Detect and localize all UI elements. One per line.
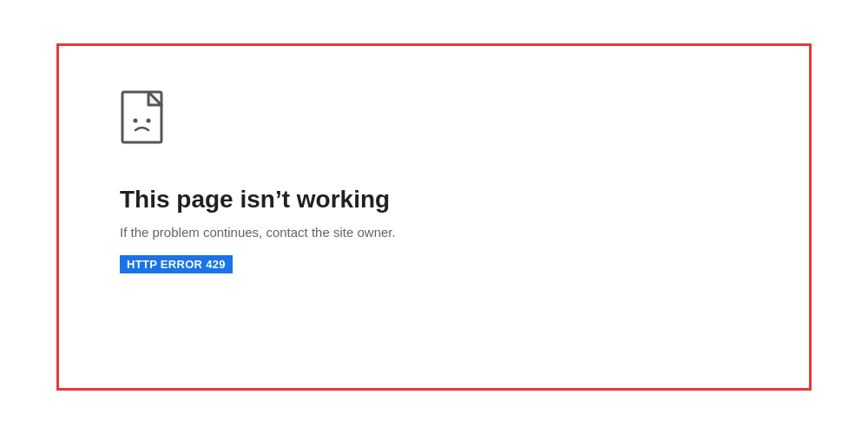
error-container: This page isn’t working If the problem c…: [56, 43, 812, 391]
svg-point-2: [147, 119, 151, 123]
svg-point-1: [134, 119, 138, 123]
page-title: This page isn’t working: [120, 185, 390, 214]
error-code-badge: HTTP ERROR 429: [120, 255, 233, 273]
sad-page-icon: [120, 89, 172, 150]
page-subtitle: If the problem continues, contact the si…: [120, 225, 396, 240]
content-area: This page isn’t working If the problem c…: [120, 89, 396, 273]
